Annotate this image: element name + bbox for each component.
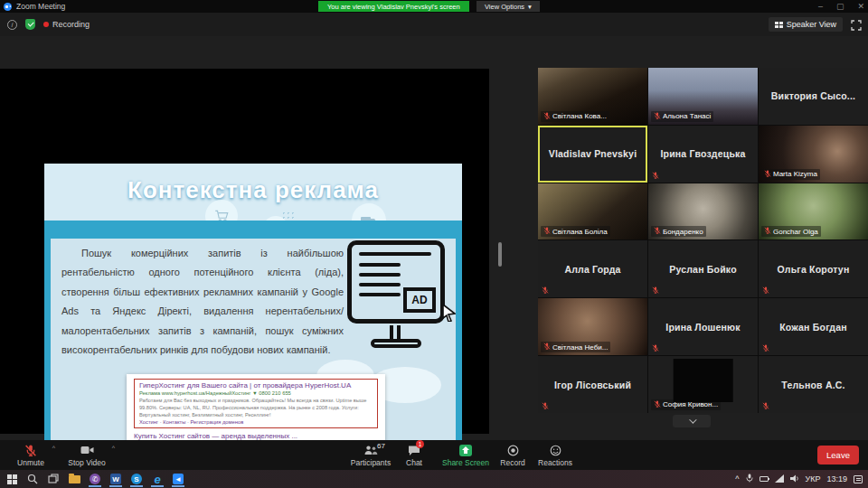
participant-name: Ігор Лісовський: [538, 356, 647, 413]
participant-tile[interactable]: Ігор Лісовський: [538, 356, 647, 413]
muted-mic-icon: [654, 227, 661, 236]
view-options-button[interactable]: View Options ▾: [476, 1, 540, 12]
slide-title: Контекстна реклама: [44, 176, 462, 204]
participant-tile[interactable]: Кожан Богдан: [759, 298, 868, 355]
volume-icon[interactable]: [790, 474, 799, 484]
serp-result-desc: Работаем для Вас без выходных и праздник…: [139, 397, 373, 418]
chat-label: Chat: [406, 458, 422, 467]
share-screen-button[interactable]: Share Screen: [438, 440, 494, 470]
zoom-meeting-window: Zoom Meeting You are viewing Vladislav P…: [0, 0, 868, 488]
clock[interactable]: 13:19: [826, 474, 847, 483]
tray-chevron-up-icon[interactable]: ^: [735, 474, 739, 483]
participant-name-label: Gonchar Olga: [761, 226, 821, 237]
participant-tile[interactable]: Альона Танасі: [648, 68, 758, 125]
share-screen-label: Share Screen: [442, 458, 489, 467]
leave-button[interactable]: Leave: [817, 446, 859, 465]
participant-tile[interactable]: Ірина Лошенюк: [648, 298, 758, 355]
battery-icon[interactable]: [760, 476, 769, 482]
participant-name: Ірина Гвоздецька: [648, 126, 758, 183]
fullscreen-icon[interactable]: [851, 18, 862, 34]
participant-tile[interactable]: Бондаренко: [648, 183, 758, 240]
viewing-screen-banner: You are viewing Vladislav Pnevskyi's scr…: [318, 1, 469, 12]
gallery-scroll-down-button[interactable]: [673, 415, 711, 427]
participant-tile[interactable]: Vladislav Pnevskyi: [538, 126, 647, 183]
participant-tile[interactable]: Світлана Неби...: [538, 298, 647, 355]
network-icon[interactable]: [775, 474, 784, 484]
participants-gallery: Світлана Кова...Альона ТанасіВиктория Сы…: [538, 68, 868, 413]
participants-label: Participants: [351, 458, 391, 467]
muted-mic-icon: [652, 344, 659, 352]
word-icon[interactable]: W: [109, 472, 122, 486]
video-options-caret[interactable]: ^: [112, 445, 115, 451]
participant-name: Ольга Коротун: [759, 240, 868, 297]
unmute-options-caret[interactable]: ^: [52, 445, 55, 451]
close-button[interactable]: ✕: [857, 3, 864, 11]
zoom-logo-icon: [4, 3, 12, 11]
unmute-button[interactable]: ^ Unmute: [7, 440, 54, 470]
ad-label: AD: [403, 287, 436, 313]
ad-monitor-illustration: AD: [347, 239, 454, 374]
participant-name: Світлана Кова...: [552, 112, 607, 120]
tray-mic-icon[interactable]: [746, 474, 753, 484]
security-shield-icon[interactable]: [25, 19, 35, 30]
participant-tile[interactable]: Алла Горда: [538, 240, 647, 297]
record-button[interactable]: Record: [494, 440, 532, 470]
participant-tile[interactable]: Ірина Гвоздецька: [648, 126, 758, 183]
participant-name: Алла Горда: [538, 240, 647, 297]
participant-name: Gonchar Olga: [773, 228, 818, 236]
chat-button[interactable]: 1 Chat: [398, 440, 430, 470]
file-explorer-icon[interactable]: [68, 472, 80, 486]
chat-unread-badge: 1: [416, 440, 424, 448]
participant-tile[interactable]: Світлана Боліла: [538, 183, 647, 240]
meeting-topbar: i Recording Speaker View: [0, 13, 868, 36]
task-view-icon[interactable]: [47, 472, 60, 486]
window-title: Zoom Meeting: [16, 2, 65, 11]
participant-tile[interactable]: Gonchar Olga: [759, 183, 868, 240]
muted-mic-icon: [24, 444, 37, 457]
stop-video-button[interactable]: ^ Stop Video: [60, 440, 114, 470]
muted-mic-icon: [543, 112, 551, 121]
participant-name: Світлана Неби...: [552, 343, 608, 352]
speaker-view-button[interactable]: Speaker View: [769, 17, 843, 32]
participants-button[interactable]: 67 Participants: [345, 440, 396, 470]
edge-icon[interactable]: e: [151, 472, 164, 486]
participant-name: София Кривон...: [663, 400, 718, 408]
muted-mic-icon: [762, 402, 769, 409]
meeting-info-icon[interactable]: i: [7, 20, 17, 30]
skype-icon[interactable]: S: [130, 472, 143, 486]
participant-tile[interactable]: Виктория Сысо...: [759, 68, 868, 125]
participant-tile[interactable]: Ольга Коротун: [759, 240, 868, 297]
participant-tile[interactable]: Тельнов А.С.: [759, 356, 868, 413]
recording-indicator: Recording: [43, 20, 90, 29]
maximize-button[interactable]: ▢: [836, 3, 844, 11]
participant-name: Руслан Бойко: [648, 240, 758, 297]
participant-tile[interactable]: София Кривон...: [648, 356, 758, 413]
participant-tile[interactable]: Руслан Бойко: [648, 240, 758, 297]
presentation-slide: Контекстна реклама: [44, 164, 462, 486]
minimize-button[interactable]: –: [818, 3, 823, 11]
participant-name: Бондаренко: [663, 228, 703, 236]
participants-count-badge: 67: [377, 442, 385, 450]
muted-mic-icon: [543, 227, 551, 236]
serp-result-links: Хостинг · Контакты · Регистрация доменов: [139, 419, 373, 425]
stop-video-label: Stop Video: [68, 458, 105, 467]
zoom-app-icon[interactable]: ◄: [172, 472, 184, 486]
participant-tile[interactable]: Marta Kizyma: [759, 126, 868, 183]
muted-mic-icon: [764, 227, 771, 236]
serp-result-title: Купить Хостинг сайтов — аренда выделенны…: [134, 432, 378, 440]
participant-name-label: Marta Kizyma: [761, 169, 820, 180]
muted-mic-icon: [654, 400, 661, 409]
participant-tile[interactable]: Світлана Кова...: [538, 68, 647, 125]
window-titlebar: Zoom Meeting You are viewing Vladislav P…: [0, 0, 868, 13]
panel-resize-handle[interactable]: [498, 242, 502, 267]
start-button[interactable]: [5, 472, 18, 486]
serp-result-url: Реклама www.hyperhost.ua/НадежныйХостинг…: [139, 390, 373, 396]
search-icon[interactable]: [26, 472, 39, 486]
action-center-icon[interactable]: [854, 475, 863, 483]
speaker-view-label: Speaker View: [787, 20, 836, 29]
reactions-button[interactable]: Reactions: [533, 440, 577, 470]
viber-icon[interactable]: ✆: [89, 472, 101, 486]
muted-mic-icon: [652, 286, 659, 294]
windows-taskbar: ✆ W S e ◄ ^ УКР 13:19: [0, 470, 868, 488]
language-indicator[interactable]: УКР: [806, 474, 821, 483]
